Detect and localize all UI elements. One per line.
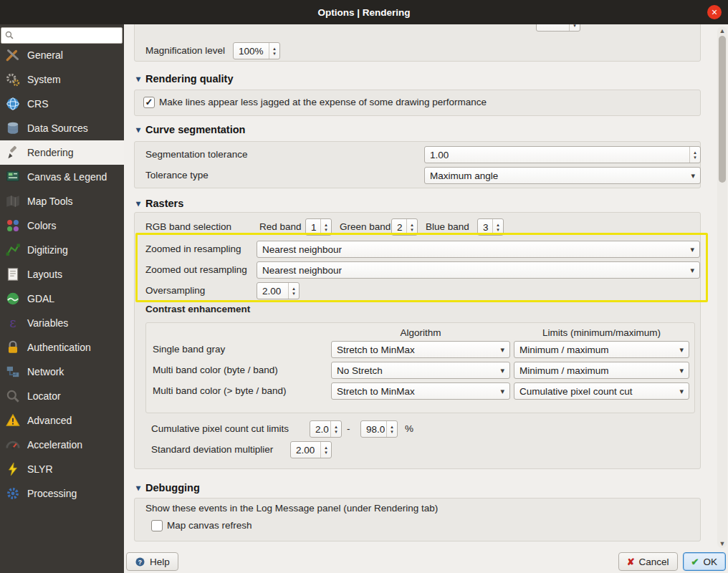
sidebar-item-label: Layouts	[27, 269, 62, 280]
sidebar-item-rendering[interactable]: Rendering	[0, 140, 124, 165]
sidebar-search-input[interactable]	[1, 27, 123, 44]
sidebar-item-general[interactable]: General	[0, 43, 124, 67]
spin-up-button[interactable]: ▴	[325, 223, 327, 227]
spin-value: 2	[397, 222, 403, 233]
cumulative-min-spinbox[interactable]: 2.0 ▴▾	[310, 420, 342, 438]
sidebar-item-system[interactable]: System	[0, 67, 124, 92]
debugging-header[interactable]: ▾ Debugging	[136, 481, 200, 495]
vertical-scrollbar[interactable]: ▲ ▼	[717, 27, 727, 548]
blue-band-spinbox[interactable]: 3 ▴▾	[477, 218, 504, 236]
map-canvas-refresh-label[interactable]: Map canvas refresh	[167, 517, 252, 534]
sidebar-item-colors[interactable]: Colors	[0, 213, 124, 238]
cancel-button[interactable]: ✘ Cancel	[618, 552, 678, 571]
spin-up-button[interactable]: ▴	[391, 425, 393, 429]
section-title: Rendering quality	[145, 73, 233, 85]
selected-value: No Stretch	[337, 365, 383, 376]
sidebar-item-label: Processing	[27, 488, 77, 499]
rasters-header[interactable]: ▾ Rasters	[136, 196, 183, 211]
blue-band-label: Blue band	[426, 218, 469, 236]
title-bar: Options | Rendering ×	[0, 0, 728, 24]
sidebar-item-locator[interactable]: Locator	[0, 384, 124, 408]
ok-button[interactable]: ✔ OK	[683, 552, 726, 571]
sidebar-item-variables[interactable]: ε Variables	[0, 311, 124, 335]
spin-buttons: ▴▾	[288, 283, 299, 299]
multi-band-byte-algorithm-select[interactable]: No Stretch ▾	[331, 362, 510, 379]
sidebar-item-authentication[interactable]: Authentication	[0, 335, 124, 360]
sidebar-item-processing[interactable]: Processing	[0, 481, 124, 506]
sidebar-item-label: Advanced	[27, 415, 72, 426]
scrollbar-thumb[interactable]	[719, 36, 726, 183]
zoomed-out-resampling-select[interactable]: Nearest neighbour ▾	[257, 261, 700, 279]
chevron-down-icon: ▾	[495, 366, 509, 375]
digitizing-icon	[5, 242, 21, 258]
scroll-down-button[interactable]: ▼	[717, 539, 727, 548]
spin-down-button[interactable]: ▾	[573, 24, 576, 28]
chevron-down-icon: ▾	[674, 366, 689, 375]
section-title: Debugging	[145, 482, 200, 493]
scroll-up-button[interactable]: ▲	[717, 27, 727, 35]
sidebar-item-label: Variables	[27, 317, 68, 329]
green-band-spinbox[interactable]: 2 ▴▾	[391, 218, 418, 236]
antialias-checkbox[interactable]: ✓	[143, 97, 155, 108]
single-band-gray-algorithm-select[interactable]: Stretch to MinMax ▾	[331, 341, 510, 358]
cumulative-max-spinbox[interactable]: 98.0 ▴▾	[360, 420, 398, 438]
spin-up-button[interactable]: ▴	[497, 223, 499, 227]
help-icon: ?	[135, 557, 145, 567]
segmentation-tolerance-spinbox[interactable]: 1.00 ▴▾	[424, 146, 701, 163]
single-band-gray-limits-select[interactable]: Minimum / maximum ▾	[514, 341, 689, 358]
spin-down-button[interactable]: ▾	[292, 292, 295, 296]
map-canvas-refresh-checkbox[interactable]	[151, 520, 163, 531]
settings-scroll-area: ▴▾ Magnification level 100% ▴▾ ▾ Renderi…	[124, 24, 728, 550]
spin-up-button[interactable]: ▴	[694, 150, 696, 155]
sidebar-item-digitizing[interactable]: Digitizing	[0, 238, 124, 262]
magnification-spinbox[interactable]: 100% ▴▾	[233, 42, 280, 59]
rendering-quality-header[interactable]: ▾ Rendering quality	[136, 72, 234, 86]
sidebar-item-network[interactable]: Network	[0, 360, 124, 384]
sidebar-item-map-tools[interactable]: Map Tools	[0, 189, 124, 213]
sidebar-item-label: Digitizing	[27, 244, 68, 256]
sidebar-item-gdal[interactable]: GDAL	[0, 286, 124, 311]
debugging-info-label: Show these events in the Log Message pan…	[145, 500, 438, 517]
stddev-multiplier-spinbox[interactable]: 2.00 ▴▾	[290, 441, 332, 458]
sidebar-item-label: Network	[27, 366, 64, 377]
spin-up-button[interactable]: ▴	[325, 446, 327, 450]
help-button[interactable]: ? Help	[126, 552, 178, 571]
spin-down-button[interactable]: ▾	[391, 430, 393, 434]
spin-up-button[interactable]: ▴	[273, 47, 276, 51]
spin-down-button[interactable]: ▾	[325, 451, 327, 455]
sidebar-item-canvas-legend[interactable]: Canvas & Legend	[0, 165, 124, 189]
partial-spinbox[interactable]: ▴▾	[536, 24, 580, 32]
antialias-label[interactable]: Make lines appear less jagged at the exp…	[159, 94, 487, 111]
multi-band-byte-limits-select[interactable]: Minimum / maximum ▾	[514, 362, 689, 379]
spin-up-button[interactable]: ▴	[335, 425, 337, 429]
svg-text:?: ?	[138, 558, 142, 565]
spin-buttons: ▴▾	[689, 147, 700, 163]
spin-down-button[interactable]: ▾	[325, 228, 327, 232]
variables-icon: ε	[5, 315, 21, 331]
sidebar-item-crs[interactable]: CRS	[0, 92, 124, 116]
paintbrush-icon	[5, 145, 21, 160]
sidebar-item-slyr[interactable]: SLYR	[0, 457, 124, 481]
spin-down-button[interactable]: ▾	[694, 155, 696, 160]
curve-segmentation-header[interactable]: ▾ Curve segmentation	[136, 122, 245, 137]
selected-value: Stretch to MinMax	[337, 386, 415, 397]
spin-down-button[interactable]: ▾	[273, 52, 276, 56]
tolerance-type-select[interactable]: Maximum angle ▾	[424, 167, 701, 184]
spin-up-button[interactable]: ▴	[292, 286, 295, 291]
sidebar-item-acceleration[interactable]: Acceleration	[0, 433, 124, 457]
sidebar-item-layouts[interactable]: Layouts	[0, 262, 124, 286]
multi-band-gt-byte-limits-select[interactable]: Cumulative pixel count cut ▾	[514, 382, 689, 400]
oversampling-spinbox[interactable]: 2.00 ▴▾	[257, 282, 300, 299]
spin-down-button[interactable]: ▾	[411, 228, 413, 232]
sidebar-item-advanced[interactable]: Advanced	[0, 408, 124, 433]
zoomed-in-resampling-select[interactable]: Nearest neighbour ▾	[257, 241, 700, 258]
spin-down-button[interactable]: ▾	[497, 228, 499, 232]
spin-up-button[interactable]: ▴	[411, 223, 413, 227]
red-band-spinbox[interactable]: 1 ▴▾	[305, 218, 332, 236]
spin-down-button[interactable]: ▾	[335, 430, 337, 434]
database-icon	[5, 120, 21, 136]
sidebar-item-data-sources[interactable]: Data Sources	[0, 116, 124, 140]
multi-band-gt-byte-algorithm-select[interactable]: Stretch to MinMax ▾	[331, 382, 510, 400]
close-button[interactable]: ×	[707, 5, 722, 19]
spin-value: 2.00	[262, 286, 281, 297]
